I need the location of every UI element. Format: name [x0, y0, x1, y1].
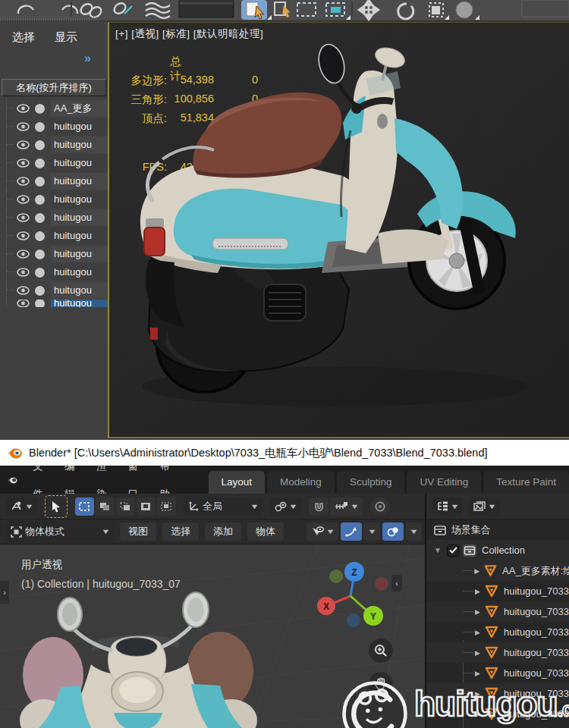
scene-list-item[interactable]: huitugou — [0, 209, 108, 227]
tab-sculpting[interactable]: Sculpting — [337, 471, 405, 494]
outliner-object-row[interactable]: ▶huitugou_7033 — [426, 622, 569, 642]
expand-chevron[interactable]: » — [84, 52, 91, 65]
outliner-object-row[interactable]: ▶AA_更多素材:绘 — [426, 560, 569, 581]
tab-layout[interactable]: Layout — [209, 471, 266, 494]
sort-header-button[interactable]: 名称(按升序排序) — [2, 79, 106, 96]
select-extend-button[interactable] — [96, 497, 115, 516]
viewport-menu-view[interactable]: 视图 — [120, 522, 156, 541]
viewport-menu-select[interactable]: 选择 — [162, 522, 199, 541]
collection-row[interactable]: ▼ Collection — [426, 540, 569, 560]
select-difference-button[interactable] — [137, 497, 156, 516]
menu-file[interactable]: 文件 — [24, 466, 55, 494]
zoom-button[interactable] — [369, 639, 393, 663]
disclosure-open-icon[interactable]: ▼ — [432, 546, 443, 554]
selectability-dropdown[interactable]: ▼ — [307, 522, 338, 541]
editor-type-dropdown[interactable]: ▼ — [6, 497, 37, 516]
disclosure-closed-icon[interactable]: ▶ — [475, 608, 480, 616]
collection-checkbox[interactable] — [447, 544, 459, 557]
scene-list-item[interactable]: huitugou — [0, 227, 108, 245]
axis-z-ball[interactable]: Z — [344, 562, 364, 582]
axis-neg-z-dot[interactable] — [347, 613, 360, 627]
menu-help[interactable]: 帮助 — [151, 466, 183, 494]
gizmos-toggle[interactable] — [341, 522, 362, 541]
scene-list-item[interactable]: huitugou — [0, 118, 108, 136]
axis-neg-x-dot[interactable] — [375, 577, 388, 591]
pan-button[interactable] — [369, 672, 393, 696]
overlays-dropdown[interactable]: ▼ — [406, 522, 422, 541]
select-subtract-button[interactable] — [116, 497, 135, 516]
select-intersect-button[interactable] — [157, 497, 176, 516]
frozen-dot-icon[interactable] — [35, 213, 45, 223]
disclosure-closed-icon[interactable]: ▶ — [475, 629, 480, 636]
disclosure-closed-icon[interactable]: ▶ — [475, 690, 480, 698]
disclosure-closed-icon[interactable]: ▶ — [475, 670, 480, 677]
frozen-dot-icon[interactable] — [35, 300, 45, 307]
menu-edit[interactable]: 编辑 — [55, 466, 87, 494]
scene-list-item[interactable]: huitugou — [0, 136, 108, 154]
pivot-point-dropdown[interactable]: ▼ — [270, 497, 301, 516]
outliner-object-row[interactable]: ▶huitugou_7033 — [426, 704, 569, 724]
viewport-menu-add[interactable]: 添加 — [205, 522, 241, 541]
mode-dropdown[interactable]: 物体模式 ▼ — [6, 522, 114, 541]
scene-list-item[interactable]: huitugou — [0, 172, 108, 190]
scooter-model-max[interactable] — [115, 32, 563, 426]
snap-target-dropdown[interactable]: ▼ — [330, 497, 363, 516]
frozen-dot-icon[interactable] — [35, 177, 45, 187]
max-menu-display[interactable]: 显示 — [55, 30, 77, 45]
disclosure-closed-icon[interactable]: ▶ — [474, 567, 479, 575]
blender-viewport[interactable]: 用户透视 (1) Collection | huitugou_7033_07 ›… — [0, 544, 425, 728]
scene-list-item[interactable]: huitugou — [0, 281, 108, 300]
scene-list-item[interactable]: huitugou — [0, 190, 108, 209]
frozen-dot-icon[interactable] — [35, 122, 45, 132]
overlays-toggle[interactable] — [382, 522, 404, 541]
outliner-object-row[interactable]: ▶huitugou_7033 — [426, 601, 569, 622]
blender-app-icon[interactable] — [8, 474, 17, 486]
outliner-type-dropdown[interactable]: ▼ — [432, 497, 463, 516]
frozen-dot-icon[interactable] — [35, 140, 45, 150]
outliner-object-row[interactable]: ▶huitugou_7033 — [426, 642, 569, 663]
scene-list-item[interactable]: huitugou — [0, 245, 108, 263]
max-menu-select[interactable]: 选择 — [12, 30, 35, 45]
outliner-object-row[interactable]: ▶huitugou_7033 — [426, 581, 569, 601]
menu-render[interactable]: 渲染 — [87, 466, 119, 494]
scene-list-item[interactable]: huitugou — [0, 263, 108, 281]
outliner-object-row[interactable]: ▶huitugou_7033 — [426, 683, 569, 704]
outliner-object-row[interactable]: ▶huitugou_7033 — [426, 663, 569, 683]
menu-window[interactable]: 窗口 — [119, 466, 151, 494]
disclosure-closed-icon[interactable]: ▶ — [475, 649, 480, 657]
scene-list-item-selected[interactable]: huitugou — [0, 300, 108, 307]
blender-titlebar[interactable]: Blender* [C:\Users\Administrator\Desktop… — [0, 440, 569, 466]
scene-collection-row[interactable]: 场景集合 — [426, 519, 569, 540]
transform-orientation-dropdown[interactable]: 全局 ▼ — [184, 497, 262, 516]
frozen-dot-icon[interactable] — [35, 104, 45, 114]
snap-toggle-button[interactable] — [309, 497, 329, 516]
proportional-edit-button[interactable] — [370, 497, 390, 516]
disclosure-closed-icon[interactable]: ▶ — [475, 588, 480, 595]
select-box-new-button[interactable] — [75, 497, 94, 516]
frozen-dot-icon[interactable] — [35, 158, 45, 168]
tab-uv-editing[interactable]: UV Editing — [407, 471, 481, 494]
tab-texture-paint[interactable]: Texture Paint — [483, 471, 569, 494]
frozen-dot-icon[interactable] — [35, 268, 45, 278]
gizmos-dropdown[interactable]: ▼ — [364, 522, 380, 541]
axis-neg-y-dot[interactable] — [329, 570, 343, 583]
frozen-dot-icon[interactable] — [35, 231, 45, 241]
select-object-button[interactable] — [241, 0, 267, 20]
reference-coord-dropdown[interactable] — [522, 0, 569, 17]
select-by-name-button[interactable] — [275, 2, 291, 17]
frozen-dot-icon[interactable] — [35, 286, 45, 296]
active-tool-select-button[interactable] — [45, 495, 68, 518]
navigation-gizmo[interactable]: Z X Y — [317, 556, 408, 632]
outliner-display-mode-dropdown[interactable]: ▼ — [469, 497, 500, 516]
disclosure-closed-icon[interactable]: ▶ — [475, 711, 480, 718]
max-viewport[interactable]: [+] [透视] [标准] [默认明暗处理] 总计 多边形:54,3980 三角… — [108, 22, 569, 438]
axis-x-ball[interactable]: X — [317, 597, 335, 615]
scene-list-item[interactable]: AA_更多 — [0, 99, 108, 118]
named-selection-dropdown[interactable] — [179, 1, 234, 17]
frozen-dot-icon[interactable] — [35, 195, 45, 205]
frozen-dot-icon[interactable] — [35, 249, 45, 259]
viewport-menu-object[interactable]: 物体 — [247, 522, 284, 541]
scooter-model-blender[interactable] — [0, 575, 273, 728]
scene-list-item[interactable]: huitugou — [0, 154, 108, 172]
tab-modeling[interactable]: Modeling — [267, 471, 335, 494]
